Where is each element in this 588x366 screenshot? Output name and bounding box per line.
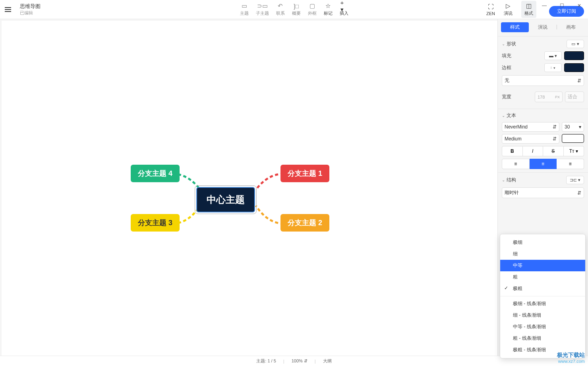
- dropdown-item-2[interactable]: 中等: [500, 260, 585, 271]
- updown-icon: ⇵: [577, 78, 581, 84]
- tab-style[interactable]: 样式: [501, 22, 529, 32]
- insert-icon: + ▾: [340, 2, 348, 10]
- watermark-url: www.xz7.com: [557, 359, 585, 364]
- chevron-down-icon: ⌄: [502, 178, 505, 182]
- toolbar-present[interactable]: ▷演说: [504, 2, 513, 16]
- italic-button[interactable]: I: [523, 146, 544, 156]
- align-right-button[interactable]: ≡: [557, 159, 584, 169]
- border-color-swatch[interactable]: [564, 63, 584, 72]
- hamburger-menu[interactable]: [0, 7, 16, 12]
- status-outline[interactable]: 大纲: [323, 358, 332, 364]
- dropdown-item-8[interactable]: 粗 - 线条渐细: [500, 333, 585, 344]
- tab-canvas[interactable]: 画布: [557, 22, 585, 32]
- border-width-select[interactable]: 无⇵: [502, 75, 584, 86]
- status-topic: 主题: 1 / 5: [256, 358, 276, 364]
- canvas[interactable]: 中心主题 分支主题 4 分支主题 1 分支主题 3 分支主题 2: [2, 21, 497, 356]
- bold-button[interactable]: B: [502, 146, 523, 156]
- structure-label: 结构: [507, 177, 516, 183]
- zen-icon: ⛶: [487, 3, 494, 10]
- text-style-group: B I S Tт ▾: [502, 146, 584, 156]
- toolbar-insert[interactable]: + ▾插入: [340, 2, 348, 16]
- chevron-down-icon: ▾: [579, 124, 581, 130]
- font-color-swatch[interactable]: [562, 134, 584, 143]
- dropdown-item-0[interactable]: 极细: [500, 237, 585, 248]
- font-family-select[interactable]: NeverMind⇵: [502, 122, 559, 132]
- watermark-title: 极光下载站: [557, 352, 585, 359]
- node-branch-3[interactable]: 分支主题 3: [131, 214, 180, 232]
- toolbar-summary-label: 概要: [292, 10, 301, 16]
- chevron-down-icon: ⌄: [502, 113, 505, 118]
- toolbar-center: ▭主题 ⊃▭子主题 ↶联系 ]□概要 ▢外框 ☆标记 + ▾插入: [240, 2, 348, 16]
- shape-selector[interactable]: ▭ ▾: [567, 40, 584, 48]
- topic-icon: ▭: [241, 2, 248, 10]
- width-fit-button[interactable]: 适合: [565, 92, 584, 102]
- node-branch-4[interactable]: 分支主题 4: [131, 165, 180, 182]
- structure-selector[interactable]: ⊐⊏ ▾: [566, 176, 584, 184]
- toolbar-format-label: 格式: [524, 10, 533, 16]
- updown-icon: ⇵: [577, 190, 581, 196]
- toolbar-topic[interactable]: ▭主题: [240, 2, 249, 16]
- text-label: 文本: [507, 113, 516, 118]
- dropdown-item-5[interactable]: 极细 - 线条渐细: [500, 298, 585, 310]
- summary-icon: ]□: [293, 2, 300, 10]
- status-zoom[interactable]: 100% ⇵: [292, 358, 308, 364]
- section-structure: ⌄结构 ⊐⊏ ▾ 顺时针⇵: [498, 172, 588, 201]
- width-input[interactable]: 178 PX: [535, 92, 563, 102]
- align-center-button[interactable]: ≡: [530, 159, 557, 169]
- width-label: 宽度: [502, 93, 511, 100]
- toolbar-subtopic-label: 子主题: [256, 10, 269, 16]
- dropdown-item-7[interactable]: 中等 - 线条渐细: [500, 321, 585, 333]
- toolbar-marker[interactable]: ☆标记: [324, 2, 333, 16]
- border-label: 边框: [502, 64, 511, 71]
- window-controls: — ☐ ✕: [536, 0, 588, 11]
- toolbar-subtopic[interactable]: ⊃▭子主题: [256, 2, 269, 16]
- line-width-dropdown: 极细 细 中等 粗 ✓极粗 极细 - 线条渐细 细 - 线条渐细 中等 - 线条…: [500, 234, 586, 358]
- toolbar-right: ⛶ZEN ▷演说 ◫格式: [486, 1, 536, 18]
- hamburger-icon: [5, 7, 11, 12]
- present-icon: ▷: [505, 2, 512, 10]
- window-close[interactable]: ✕: [571, 0, 588, 11]
- toolbar-boundary-label: 外框: [308, 10, 317, 16]
- toolbar-summary[interactable]: ]□概要: [292, 2, 301, 16]
- titlebar: 思维导图 已编辑 ▭主题 ⊃▭子主题 ↶联系 ]□概要 ▢外框 ☆标记 + ▾插…: [0, 0, 588, 19]
- node-branch-1[interactable]: 分支主题 1: [280, 165, 329, 182]
- fill-style-selector[interactable]: ▬ ▾: [544, 51, 562, 60]
- document-title: 思维导图: [20, 3, 41, 10]
- strike-button[interactable]: S: [543, 146, 564, 156]
- shape-label: 形状: [507, 41, 516, 47]
- node-center[interactable]: 中心主题: [196, 187, 255, 212]
- border-style-selector[interactable]: ⦂ ▾: [544, 63, 562, 72]
- structure-direction-select[interactable]: 顺时针⇵: [502, 187, 584, 198]
- toolbar-relation[interactable]: ↶联系: [276, 2, 285, 16]
- format-icon: ◫: [525, 2, 532, 10]
- case-button[interactable]: Tт ▾: [564, 146, 584, 156]
- section-shape: ⌄形状 ▭ ▾ 填充 ▬ ▾ 边框 ⦂ ▾ 无⇵ 宽度: [498, 36, 588, 109]
- fill-label: 填充: [502, 53, 511, 59]
- font-size-select[interactable]: 30▾: [562, 122, 584, 132]
- toolbar-format[interactable]: ◫格式: [521, 1, 536, 18]
- toolbar-zen-label: ZEN: [486, 11, 495, 16]
- toolbar-relation-label: 联系: [276, 10, 285, 16]
- border-width-value: 无: [505, 77, 509, 84]
- toolbar-boundary[interactable]: ▢外框: [308, 2, 317, 16]
- window-maximize[interactable]: ☐: [553, 0, 571, 11]
- dropdown-item-3[interactable]: 粗: [500, 271, 585, 283]
- window-minimize[interactable]: —: [536, 0, 553, 11]
- updown-icon: ⇵: [553, 136, 557, 142]
- node-branch-2[interactable]: 分支主题 2: [280, 214, 329, 232]
- dropdown-item-4[interactable]: ✓极粗: [500, 283, 585, 294]
- fill-color-swatch[interactable]: [564, 51, 584, 60]
- tab-present[interactable]: 演说: [529, 22, 557, 32]
- check-icon: ✓: [504, 285, 508, 291]
- watermark: 极光下载站 www.xz7.com: [557, 352, 585, 364]
- toolbar-present-label: 演说: [504, 10, 513, 16]
- toolbar-marker-label: 标记: [324, 10, 333, 16]
- subtopic-icon: ⊃▭: [259, 2, 266, 10]
- dropdown-item-6[interactable]: 细 - 线条渐细: [500, 310, 585, 321]
- toolbar-zen[interactable]: ⛶ZEN: [486, 3, 495, 16]
- font-weight-select[interactable]: Medium⇵: [502, 134, 559, 144]
- dropdown-item-1[interactable]: 细: [500, 248, 585, 260]
- document-status: 已编辑: [20, 10, 41, 16]
- toolbar-insert-label: 插入: [340, 10, 348, 16]
- align-left-button[interactable]: ≡: [502, 159, 530, 169]
